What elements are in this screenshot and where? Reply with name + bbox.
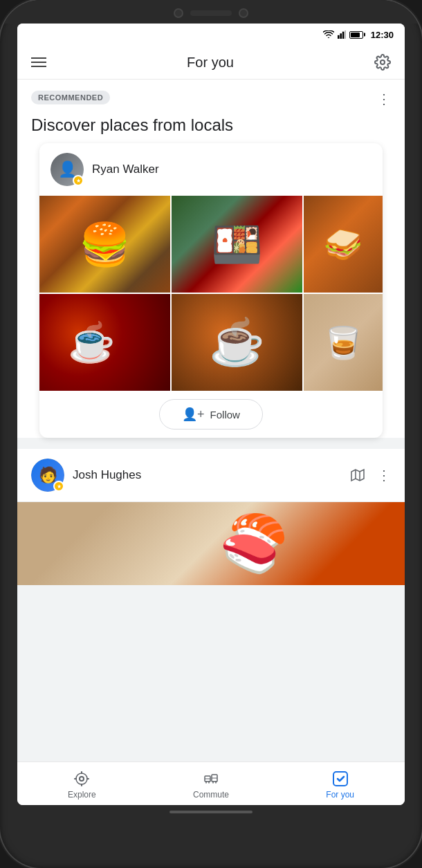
phone-top [0, 0, 422, 24]
home-indicator [169, 811, 253, 813]
ryan-avatar-container: 👤 ★ [51, 153, 84, 186]
user-card-ryan: 👤 ★ Ryan Walker [39, 143, 383, 438]
josh-user-row: 🧑 ★ Josh Hughes ⋮ [17, 449, 405, 502]
josh-info: Josh Hughes [73, 468, 341, 482]
food-preview [17, 502, 405, 585]
josh-section: 🧑 ★ Josh Hughes ⋮ [17, 449, 405, 585]
hamburger-line-3 [31, 66, 46, 67]
josh-more-button[interactable]: ⋮ [377, 467, 391, 483]
section-title: Discover places from locals [17, 113, 405, 143]
svg-rect-1 [340, 33, 342, 39]
header-title: For you [187, 55, 234, 71]
svg-point-4 [80, 777, 84, 781]
phone-screen: 12:30 For you RECOMMENDED ⋮ [17, 24, 405, 805]
nav-for-you[interactable]: For you [275, 768, 405, 802]
camera [174, 8, 183, 18]
camera-2 [239, 8, 248, 18]
photo-coffee-red[interactable] [39, 294, 170, 391]
hamburger-menu-button[interactable] [31, 57, 46, 67]
more-options-button[interactable]: ⋮ [377, 91, 391, 107]
josh-name: Josh Hughes [73, 468, 141, 481]
battery-icon [349, 31, 363, 39]
svg-point-5 [76, 773, 87, 784]
photo-latte[interactable] [172, 294, 302, 391]
settings-icon[interactable] [374, 54, 391, 71]
josh-actions: ⋮ [349, 467, 391, 483]
photo-grid [39, 196, 383, 391]
status-bar: 12:30 [17, 24, 405, 46]
explore-nav-icon [73, 770, 90, 787]
star-icon-josh: ★ [57, 483, 62, 490]
star-icon: ★ [76, 178, 81, 184]
main-content: RECOMMENDED ⋮ Discover places from local… [17, 80, 405, 761]
ryan-verified-badge: ★ [73, 175, 84, 186]
status-icons: 12:30 [323, 30, 394, 40]
ryan-name: Ryan Walker [92, 163, 159, 176]
josh-avatar-container: 🧑 ★ [31, 459, 64, 492]
for-you-nav-label: For you [326, 790, 354, 800]
follow-btn-container: 👤+ Follow [39, 391, 383, 438]
camera-speaker [174, 8, 248, 18]
follow-label: Follow [210, 409, 240, 421]
svg-rect-0 [338, 35, 340, 39]
app-header: For you [17, 46, 405, 80]
status-time: 12:30 [371, 30, 394, 40]
recommended-section: RECOMMENDED ⋮ Discover places from local… [17, 80, 405, 438]
explore-nav-label: Explore [68, 790, 96, 800]
bottom-nav: Explore Commute [17, 761, 405, 805]
map-icon[interactable] [349, 467, 366, 483]
hamburger-line-2 [31, 62, 46, 63]
josh-verified-badge: ★ [53, 481, 64, 492]
commute-nav-label: Commute [193, 790, 229, 800]
svg-rect-8 [333, 772, 347, 786]
svg-rect-2 [342, 32, 345, 39]
for-you-nav-icon [332, 770, 349, 787]
add-person-icon: 👤+ [182, 407, 205, 422]
photo-sandwich[interactable] [304, 196, 383, 293]
speaker-grill [190, 10, 232, 16]
follow-button[interactable]: 👤+ Follow [159, 399, 263, 430]
commute-nav-icon [203, 770, 219, 787]
section-header: RECOMMENDED ⋮ [17, 80, 405, 113]
photo-sushi[interactable] [172, 196, 302, 293]
hamburger-line-1 [31, 57, 46, 59]
wifi-icon [323, 30, 334, 39]
recommended-badge: RECOMMENDED [31, 91, 110, 104]
signal-icon [338, 30, 346, 39]
svg-rect-3 [345, 30, 346, 39]
phone-frame: 12:30 For you RECOMMENDED ⋮ [0, 0, 422, 868]
user-card-header: 👤 ★ Ryan Walker [39, 143, 383, 196]
photo-burger[interactable] [39, 196, 170, 293]
nav-commute[interactable]: Commute [147, 768, 276, 802]
photo-glass[interactable] [304, 294, 383, 391]
battery-fill [351, 33, 360, 37]
nav-explore[interactable]: Explore [17, 768, 147, 802]
